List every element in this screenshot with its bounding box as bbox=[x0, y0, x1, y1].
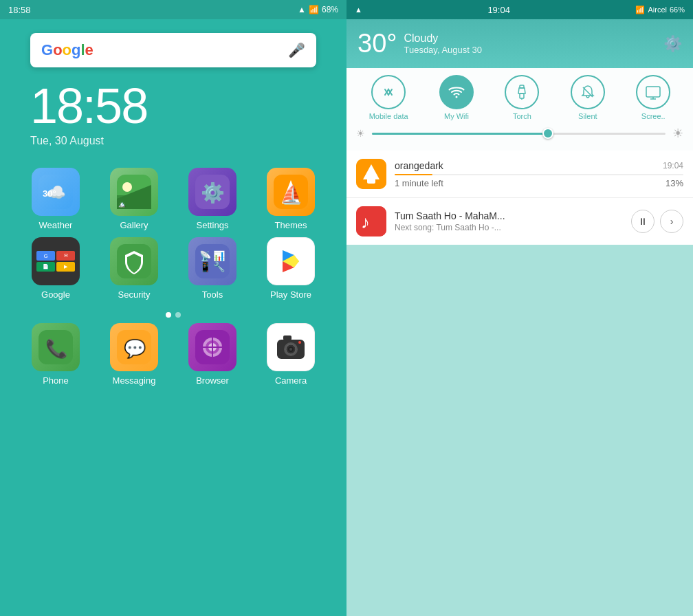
mobile-data-circle bbox=[371, 75, 406, 109]
weather-right: ⚙️ bbox=[663, 35, 682, 53]
settings-icon: ⚙️ bbox=[188, 168, 236, 216]
svg-rect-43 bbox=[520, 94, 524, 98]
pause-button[interactable]: ⏸ bbox=[631, 210, 654, 233]
app-tools[interactable]: 📱 🔧 📡 📊 Tools bbox=[177, 237, 248, 300]
status-time-left: 18:58 bbox=[8, 5, 31, 15]
toggle-icons-row: Mobile data My Wifi bbox=[346, 75, 693, 120]
battery-right: 66% bbox=[670, 6, 685, 14]
status-time-right: 19:04 bbox=[487, 5, 510, 15]
app-playstore[interactable]: Play Store bbox=[256, 237, 326, 300]
download-percent: 13% bbox=[666, 178, 683, 188]
settings-label: Settings bbox=[197, 220, 229, 230]
svg-text:📡: 📡 bbox=[199, 250, 212, 262]
svg-text:📱: 📱 bbox=[199, 261, 212, 273]
app-gallery[interactable]: 🏔️ Gallery bbox=[99, 168, 169, 230]
security-label: Security bbox=[118, 289, 151, 300]
next-button[interactable]: › bbox=[660, 210, 683, 233]
messaging-label: Messaging bbox=[113, 375, 156, 386]
music-content: Tum Saath Ho - MahaM... Next song: Tum S… bbox=[395, 210, 623, 232]
playstore-label: Play Store bbox=[270, 289, 311, 300]
left-home-screen: 18:58 ▲ 📶 68% Google 🎤 18:58 Tue, 30 Aug… bbox=[0, 0, 346, 616]
weather-condition: Cloudy bbox=[404, 32, 481, 45]
right-panel: ▲ 19:04 📶 Aircel 66% 30° Cloudy Tuesday,… bbox=[346, 0, 693, 616]
music-app-icon: ♪ bbox=[356, 206, 386, 236]
signal-icon-right: 📶 bbox=[635, 6, 645, 14]
svg-point-38 bbox=[289, 348, 292, 351]
svg-point-8 bbox=[122, 182, 132, 192]
brightness-thumb[interactable] bbox=[542, 128, 553, 139]
app-themes[interactable]: ⛵ Themes bbox=[256, 168, 326, 230]
toggle-silent[interactable]: Silent bbox=[571, 75, 605, 120]
app-google[interactable]: G ✉ 📄 ▶ Google bbox=[21, 237, 91, 300]
tools-icon: 📱 🔧 📡 📊 bbox=[188, 237, 236, 285]
orangedark-title: orangedark bbox=[395, 160, 443, 171]
dot-1 bbox=[166, 312, 171, 318]
wifi-icon-left: ▲ bbox=[298, 5, 306, 14]
phone-label: Phone bbox=[43, 375, 69, 386]
wifi-icon-right: ▲ bbox=[355, 6, 362, 14]
security-icon bbox=[110, 237, 158, 285]
playstore-icon bbox=[267, 237, 315, 285]
svg-point-41 bbox=[456, 96, 458, 98]
music-controls: ⏸ › bbox=[631, 210, 683, 233]
notification-orangedark[interactable]: orangedark 19:04 1 minute left 13% bbox=[346, 151, 693, 197]
status-bar-right: ▲ 19:04 📶 Aircel 66% bbox=[346, 0, 693, 19]
google-app-icon: G ✉ 📄 ▶ bbox=[32, 237, 80, 285]
search-bar[interactable]: Google 🎤 bbox=[30, 33, 316, 67]
app-browser[interactable]: Browser bbox=[177, 323, 248, 386]
app-weather[interactable]: ☁️ 30° Weather bbox=[21, 168, 91, 230]
download-time-left: 1 minute left bbox=[395, 178, 443, 188]
app-security[interactable]: Security bbox=[99, 237, 169, 300]
gallery-label: Gallery bbox=[120, 220, 148, 230]
weather-date: Tuesday, August 30 bbox=[404, 45, 481, 55]
download-progress-fill bbox=[395, 174, 432, 175]
notification-panel: ▲ 19:04 📶 Aircel 66% 30° Cloudy Tuesday,… bbox=[346, 0, 693, 245]
settings-gear-icon[interactable]: ⚙️ bbox=[663, 35, 682, 53]
toggle-screen[interactable]: Scree.. bbox=[636, 75, 670, 120]
next-song: Next song: Tum Saath Ho -... bbox=[395, 223, 623, 232]
screen-circle bbox=[636, 75, 670, 109]
app-grid-row3: 📞 Phone 💬 Messaging bbox=[0, 323, 346, 393]
themes-icon: ⛵ bbox=[267, 168, 315, 216]
gallery-icon: 🏔️ bbox=[110, 168, 158, 216]
status-right-icons: 📶 Aircel 66% bbox=[635, 6, 685, 14]
battery-left: 68% bbox=[322, 5, 338, 14]
song-title: Tum Saath Ho - MahaM... bbox=[395, 210, 623, 221]
orangedark-header: orangedark 19:04 bbox=[395, 160, 683, 171]
svg-rect-46 bbox=[646, 87, 660, 97]
svg-point-40 bbox=[298, 341, 301, 344]
brightness-high-icon: ☀ bbox=[672, 126, 683, 141]
app-settings[interactable]: ⚙️ Settings bbox=[177, 168, 248, 230]
status-left-icons: ▲ bbox=[355, 6, 362, 14]
toggle-torch[interactable]: Torch bbox=[505, 75, 539, 120]
mic-icon[interactable]: 🎤 bbox=[288, 42, 305, 58]
browser-label: Browser bbox=[196, 375, 229, 386]
weather-icon: ☁️ 30° bbox=[32, 168, 80, 216]
toggle-mobile-data[interactable]: Mobile data bbox=[369, 75, 408, 120]
status-bar-left: 18:58 ▲ 📶 68% bbox=[0, 0, 346, 19]
app-phone[interactable]: 📞 Phone bbox=[21, 323, 91, 386]
dot-2 bbox=[175, 312, 181, 318]
svg-rect-39 bbox=[283, 336, 292, 340]
camera-label: Camera bbox=[275, 375, 307, 386]
app-messaging[interactable]: 💬 Messaging bbox=[99, 323, 169, 386]
svg-text:💬: 💬 bbox=[124, 338, 146, 360]
svg-text:🔧: 🔧 bbox=[213, 261, 226, 273]
svg-text:📊: 📊 bbox=[213, 250, 226, 262]
orangedark-app-icon bbox=[356, 159, 386, 189]
svg-text:📞: 📞 bbox=[45, 338, 68, 360]
phone-icon: 📞 bbox=[32, 323, 80, 371]
toggle-wifi[interactable]: My Wifi bbox=[439, 75, 474, 120]
google-label: Google bbox=[41, 289, 70, 300]
weather-details: Cloudy Tuesday, August 30 bbox=[404, 32, 481, 55]
notification-music[interactable]: ♪ Tum Saath Ho - MahaM... Next song: Tum… bbox=[346, 198, 693, 245]
mobile-data-label: Mobile data bbox=[369, 112, 408, 120]
svg-text:🏔️: 🏔️ bbox=[118, 200, 126, 208]
browser-icon bbox=[188, 323, 236, 371]
weather-temp: 30° bbox=[358, 29, 397, 58]
carrier-label: Aircel bbox=[648, 6, 667, 14]
brightness-track[interactable] bbox=[372, 133, 666, 135]
svg-rect-51 bbox=[367, 178, 375, 184]
status-icons-left: ▲ 📶 68% bbox=[298, 5, 338, 14]
app-camera[interactable]: Camera bbox=[256, 323, 326, 386]
